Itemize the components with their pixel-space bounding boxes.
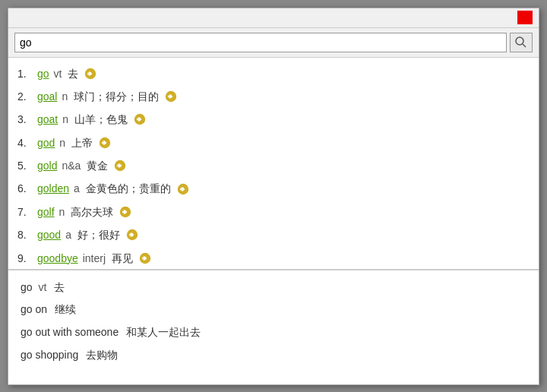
detail-item: go vt 去: [21, 277, 526, 299]
result-item: 6. golden a 金黄色的；贵重的: [17, 177, 530, 200]
result-pos: n: [62, 88, 68, 105]
svg-rect-7: [137, 119, 138, 120]
result-word[interactable]: gold: [37, 157, 57, 174]
result-meaning: 黄金: [87, 157, 108, 174]
result-number: 3.: [17, 111, 34, 128]
sound-icon[interactable]: [119, 206, 131, 218]
results-panel[interactable]: 1. go vt 去 2. goal n 球门；得分；目的 3. goat n …: [8, 58, 539, 270]
svg-rect-5: [168, 96, 169, 97]
result-number: 1.: [17, 65, 34, 82]
result-pos: n&a: [62, 157, 81, 174]
detail-meaning: 去购物: [86, 349, 118, 361]
svg-rect-15: [122, 211, 124, 213]
result-pos: a: [65, 226, 71, 243]
close-button[interactable]: [517, 11, 533, 24]
result-word[interactable]: good: [37, 226, 61, 243]
search-button[interactable]: [510, 33, 533, 52]
result-number: 4.: [17, 134, 34, 151]
result-word[interactable]: goat: [37, 111, 58, 128]
result-meaning: 金黄色的；贵重的: [86, 180, 171, 197]
sound-icon[interactable]: [99, 137, 111, 149]
detail-pos: vt: [38, 281, 46, 293]
detail-meaning: 和某人一起出去: [126, 326, 201, 338]
main-window: 1. go vt 去 2. goal n 球门；得分；目的 3. goat n …: [8, 8, 539, 385]
detail-word: go out with someone: [21, 326, 119, 338]
search-input[interactable]: [14, 33, 507, 52]
result-number: 7.: [17, 204, 34, 220]
result-meaning: 山羊；色鬼: [74, 111, 128, 128]
detail-panel[interactable]: go vt 去 go on 继续 go out with someone 和某人…: [8, 270, 539, 384]
result-meaning: 上帝: [71, 134, 93, 151]
result-item: 4. god n 上帝: [17, 131, 530, 154]
result-word[interactable]: goal: [37, 88, 57, 105]
result-meaning: 球门；得分；目的: [74, 88, 159, 105]
result-pos: n: [62, 111, 68, 128]
result-number: 9.: [17, 250, 34, 267]
sound-icon[interactable]: [84, 68, 96, 80]
result-item: 7. golf n 高尔夫球: [17, 201, 530, 223]
title-bar: [8, 8, 539, 28]
svg-rect-13: [180, 188, 182, 189]
main-content: 1. go vt 去 2. goal n 球门；得分；目的 3. goat n …: [8, 58, 539, 384]
detail-word: go shopping: [21, 349, 78, 361]
result-meaning: 去: [68, 65, 78, 82]
result-item: 9. goodbye interj 再见: [17, 247, 530, 270]
result-item: 1. go vt 去: [17, 62, 530, 85]
svg-rect-17: [129, 234, 131, 236]
result-word[interactable]: golden: [37, 180, 69, 197]
result-pos: vt: [54, 65, 62, 82]
result-pos: interj: [83, 250, 106, 267]
detail-meaning: 去: [54, 281, 65, 293]
sound-icon[interactable]: [126, 229, 138, 241]
sound-icon[interactable]: [139, 252, 151, 264]
search-bar: [8, 28, 539, 58]
svg-rect-19: [142, 258, 144, 259]
svg-line-1: [523, 44, 526, 47]
detail-item: go out with someone 和某人一起出去: [21, 321, 526, 344]
svg-point-0: [516, 37, 523, 45]
detail-word: go on: [21, 303, 47, 315]
result-pos: n: [59, 204, 65, 220]
result-number: 8.: [17, 226, 34, 243]
result-pos: a: [74, 180, 80, 197]
result-meaning: 高尔夫球: [71, 204, 113, 220]
sound-icon[interactable]: [134, 113, 146, 125]
result-pos: n: [59, 134, 65, 151]
result-word[interactable]: go: [37, 65, 49, 82]
result-word[interactable]: goodbye: [37, 250, 78, 267]
detail-item: go shopping 去购物: [21, 344, 526, 367]
svg-rect-9: [102, 142, 103, 144]
svg-rect-3: [87, 72, 89, 74]
result-item: 2. goal n 球门；得分；目的: [17, 85, 530, 108]
sound-icon[interactable]: [114, 160, 126, 172]
result-number: 5.: [17, 157, 34, 174]
result-word[interactable]: golf: [37, 204, 55, 220]
detail-meaning: 继续: [55, 303, 76, 315]
svg-rect-11: [117, 165, 119, 166]
result-word[interactable]: god: [37, 134, 55, 151]
sound-icon[interactable]: [177, 183, 189, 195]
search-icon: [515, 36, 527, 49]
result-item: 8. good a 好；很好: [17, 223, 530, 246]
result-item: 3. goat n 山羊；色鬼: [17, 108, 530, 131]
result-number: 6.: [17, 180, 34, 197]
result-meaning: 再见: [112, 250, 133, 267]
result-item: 5. gold n&a 黄金: [17, 154, 530, 177]
detail-word: go: [21, 281, 33, 293]
result-meaning: 好；很好: [77, 226, 120, 243]
sound-icon[interactable]: [165, 90, 177, 103]
detail-item: go on 继续: [21, 299, 526, 321]
result-number: 2.: [17, 88, 34, 105]
